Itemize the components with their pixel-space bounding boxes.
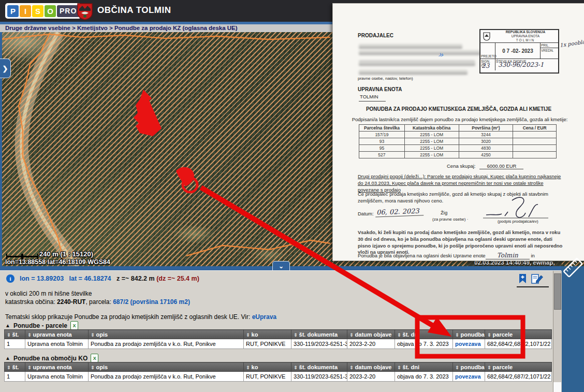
table1-data-row: 1 Upravna enota Tolmin Ponudba za prodaj… [5,339,552,349]
doc-cena-line: Cena skupaj: 6000.00 EUR [447,163,523,170]
edit-report-icon[interactable] [531,273,544,284]
sort-st-dokumenta[interactable]: ⇕št. dokumenta [291,330,347,339]
sort-st[interactable]: ⇕št. [5,362,25,372]
doc-pravne-note: pravne osebe, naslov, telefon) [358,76,413,82]
logo-letter-p: P [7,5,19,17]
doc-table-row: 157/192255 - LOM3244 [359,132,557,138]
doc-intro: Podpisani/a lastnik/ca zemljišč dajem po… [348,117,571,123]
bookmark-add-icon[interactable] [519,273,527,284]
table2-title-row: ▲ Ponudbe na območju KO X [5,354,98,362]
sort-ponudba[interactable]: ⇕ponudba [453,362,485,372]
piso-logo[interactable]: P I S O PRO [5,3,81,19]
doc-zig-sub: (za pravne osebe) · [432,217,468,223]
sort-ko[interactable]: ⇕ko [244,362,291,372]
measure-ruler-icon[interactable] [561,255,584,281]
doc-ue-value: TOLMIN [359,94,386,101]
elevation-delta-value: (dz =~ 25.4 m) [156,275,199,282]
sort-ponudba[interactable]: ⇕ponudba [453,330,485,339]
doc-datum-value: 06, 02. 2023 [375,207,424,217]
doc-objavljena-value: Tolmin [486,252,530,259]
excel-export-icon[interactable]: X [91,354,98,362]
excel-export-icon[interactable]: X [70,321,78,330]
doc-table-row: 5272255 - LOM4250 [359,152,557,158]
stamp-date: 0 7 -02- 2023 [495,43,541,59]
panel-top-strip [0,266,584,270]
redacted-line [359,50,480,55]
sort-datum-objave[interactable]: ⇕datum objave [347,330,395,339]
stamp-vredn-label: VREDN. [541,48,558,53]
query-coordinates: lon = 13.89203 lat = 46.18274 z =~ 842.2… [20,275,199,282]
logo-pro-badge: PRO [57,5,79,17]
povezava-link[interactable]: povezava [453,339,485,349]
panel-collapse-tab[interactable]: ⌄ [272,261,290,270]
right-blue-margin [561,266,584,392]
doc-prodajalec-label: PRODAJALEC [358,33,393,38]
redacted-line [359,61,475,66]
stamp-pril-label: PRIL. [541,43,558,48]
scrollbar-thumb[interactable] [554,273,561,310]
ko-value: 2240-RUT [57,298,85,306]
scanned-offer-document: PRODAJALEC pravne osebe, naslov, telefon… [332,3,584,261]
doc-signature [482,194,549,221]
doc-cena-value: 6000.00 EUR [479,163,523,169]
logo-letter-s: S [32,5,43,17]
lat-value: lat = 46.18274 [69,275,111,282]
doc-objavljena-line: Ponudba je bila objavljena na oglasni de… [358,251,580,259]
icons-underline [517,286,549,287]
sort-st[interactable]: ⇕št. [5,330,25,339]
doc-col-ko: Katastrska občina [404,125,459,132]
doc-parcels-table: Parcelna številka Katastrska občina Povr… [359,124,557,158]
sidebar-expand-tab[interactable]: ❯ [0,59,11,78]
offers-ko-area-table: ⇕št. ⇕upravna enota ⇕opis ⇕ko ⇕št. dokum… [4,362,552,382]
sort-datum-objave[interactable]: ⇕datum objave [347,362,395,372]
sort-upravna-enota[interactable]: ⇕upravna enota [25,362,89,372]
stamp-city: TOLMIN [493,38,558,42]
collapse-triangle-icon[interactable]: ▲ [5,323,10,328]
thematic-info-line: Tematski sklop prikazuje Ponudbe za prod… [5,313,276,321]
info-panel: i lon = 13.89203 lat = 46.18274 z =~ 842… [0,270,561,392]
municipality-title: OBČINA TOLMIN [97,5,171,16]
parcel-link[interactable]: 687/2 (površina 17106 m2) [113,298,190,306]
sort-ko[interactable]: ⇕ko [244,330,291,339]
parcel-polygon-large [134,90,162,136]
sort-parcele[interactable]: ⇕parcele [485,330,552,339]
stamp-sign-value: 23 [481,62,489,69]
chevron-right-icon: ❯ [3,65,8,72]
table2-title: Ponudbe na območju KO [13,355,87,362]
doc-table-row: 952255 - LOM4830 [359,145,557,152]
doc-pogoji: Drugi prodajni pogoji (deleži...): Parce… [358,173,563,193]
stamp-country: REPUBLIKA SLOVENIJA [493,30,558,34]
sort-st-dni[interactable]: ⇕št. dni [395,330,453,339]
collapse-triangle-icon[interactable]: ▲ [5,355,10,361]
sort-opis[interactable]: ⇕opis [89,330,244,339]
doc-zig-label: Žig [441,210,447,216]
slovenia-coat-of-arms-icon [482,32,491,41]
info-icon: i [6,274,14,283]
scrollbar-corner [553,382,561,392]
doc-table-row: 932255 - LOM3020 [359,138,557,145]
table2-data-row: 1 Upravna enota Tolmin Ponudba za prodaj… [5,372,552,382]
sort-st-dokumenta[interactable]: ⇕št. dokumenta [291,362,347,372]
sort-opis[interactable]: ⇕opis [89,362,244,372]
redacted-line [359,70,468,75]
doc-col-parcelna: Parcelna številka [359,125,405,132]
table1-title: Ponudbe - parcele [13,322,67,329]
doc-datum-label: Datum: [358,211,374,217]
doc-blue-pen-mark: » [437,49,444,60]
table2-header-row: ⇕št. ⇕upravna enota ⇕opis ⇕ko ⇕št. dokum… [5,362,552,372]
stamp-prejeto-label: PREJETO [480,43,495,59]
offers-parcels-table: ⇕št. ⇕upravna enota ⇕opis ⇕ko ⇕št. dokum… [4,329,552,349]
doc-podpis-sub: (podpis prodajalca/ev) [498,219,538,225]
logo-letter-o: O [45,5,56,17]
sort-upravna-enota[interactable]: ⇕upravna enota [25,330,89,339]
map-cursor-coordinates: lon=13.88558 lat=46.18109 WGS84 [5,258,110,266]
doc-col-cena: Cena / EUR [513,125,557,132]
doc-title: PONUDBA ZA PRODAJO KMETIJSKEGA ZEMLJIŠČA… [333,106,584,112]
doc-col-povrsina: Površina (m²) [459,125,513,132]
chevron-down-icon: ⌄ [279,263,284,270]
parcel-info-line: katastrska občina: 2240-RUT, parcela: 68… [5,298,190,306]
euprava-link[interactable]: eUprava [252,313,276,321]
povezava-link[interactable]: povezava [453,372,485,382]
sort-parcele[interactable]: ⇕parcele [485,362,552,372]
sort-st-dni[interactable]: ⇕št. dni [395,362,453,372]
